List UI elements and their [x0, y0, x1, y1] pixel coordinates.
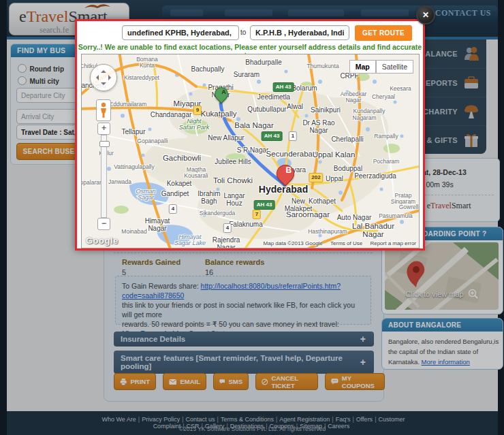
road-shield: 4 [169, 204, 177, 214]
modal-close-button[interactable]: ✕ [416, 5, 435, 25]
map-label: Pocharam [373, 159, 400, 165]
map-label: Bala Nagar [234, 121, 274, 129]
road-shield: 202 [309, 173, 323, 182]
map-label: Bolarum [292, 85, 317, 93]
get-route-button[interactable]: GET ROUTE [355, 25, 412, 41]
page: CONTACT US eTravelSmart search.fe FIND M… [0, 0, 504, 435]
map-label: Uppal [326, 176, 343, 183]
map-label: CRPF [340, 73, 358, 80]
map-label: Nagaram [353, 115, 377, 121]
zoom-slider-handle[interactable] [99, 141, 110, 147]
road-shield: AH 43 [273, 82, 294, 92]
marker-a-label: A [218, 88, 230, 95]
map-label: Vattinagulapally [114, 164, 154, 170]
map-label: Boduppal [334, 165, 362, 173]
map-label: Gachibowli [163, 154, 201, 162]
map-label: Ambedkar Nagar [341, 91, 367, 103]
map-label: Kundanpally [353, 108, 385, 114]
map-label: Auto Nagar [337, 214, 372, 222]
map-label: Secunderabad [266, 150, 317, 158]
map-label: Rampally [374, 133, 398, 140]
map-label: Cheryaal [372, 94, 395, 100]
marker-b-label: B [281, 165, 297, 175]
road-shield: 4 [223, 223, 232, 233]
map-label: Lal Bahadur Nagar [352, 222, 394, 238]
zoom-out-button[interactable]: − [97, 218, 110, 230]
map-label: Kokapet [167, 180, 192, 188]
zoom-slider[interactable] [101, 135, 107, 218]
pan-up-icon[interactable] [101, 67, 106, 73]
map-label: Tellapur [121, 129, 145, 136]
route-map-modal: to GET ROUTE Sorry..! We are unable to f… [75, 19, 425, 251]
map-label: Uppal Kalan [313, 150, 356, 159]
map-attribution: Map data ©2013 Google Terms of Use Repor… [264, 240, 416, 246]
map-label: Kothapet [309, 198, 336, 206]
map-label: Kistareddypet [124, 75, 159, 81]
map-label: S R Nagar [237, 147, 269, 155]
zoom-in-button[interactable]: + [97, 123, 110, 135]
map-label: Sainikpuri [311, 107, 341, 114]
map-labels-layer: ChitkulBomana KuntaBachupallyBhadurpalle… [82, 54, 419, 248]
map-label: Peerzadiguda [354, 173, 396, 180]
map-label: Jeedimetla [257, 94, 290, 101]
google-logo: Google [86, 236, 119, 246]
map-label: Rajendra Nagar [212, 237, 240, 249]
google-map[interactable]: ChitkulBomana KuntaBachupallyBhadurpalle… [81, 54, 420, 248]
map-label: Osman Sagar [136, 189, 155, 202]
map-label: Dr AS Rao Nagar [302, 120, 334, 134]
road-shield: 1 [289, 131, 297, 141]
map-label: Saroornagar [286, 210, 330, 219]
map-type-control: Map Satellite [349, 60, 413, 74]
map-label: Hasthinapuram [308, 229, 347, 235]
pan-right-icon[interactable] [108, 75, 114, 80]
road-shield: AH 43 [262, 131, 283, 141]
map-label: Langar Houz [223, 193, 245, 207]
map-label: Qutubullapur [247, 106, 286, 114]
pegman-control[interactable] [96, 99, 111, 121]
report-map-error-link[interactable]: Report a map error [370, 240, 416, 246]
route-from-input[interactable] [122, 25, 239, 40]
pegman-icon [99, 102, 108, 118]
map-label: Alwal [287, 103, 303, 111]
map-label: Sikanderguda [200, 210, 235, 216]
map-label: Bachupally [191, 66, 225, 74]
map-label: Maqtha Kousarali [184, 167, 208, 179]
map-label: Gowrelli [399, 204, 420, 210]
map-label: Gopanapalli [137, 138, 168, 144]
map-label: Eddumailaram [110, 101, 147, 108]
map-label: Himayat Nagar [145, 218, 170, 232]
map-label: Thumukunta [306, 63, 338, 69]
map-label: Suraram [234, 71, 259, 79]
map-label: Bhadurpalle [245, 59, 281, 67]
map-type-map-button[interactable]: Map [349, 60, 376, 74]
map-type-satellite-button[interactable]: Satellite [376, 60, 413, 74]
road-shield: AH 43 [254, 200, 275, 210]
route-to-input[interactable] [250, 25, 349, 40]
map-label: Pasumamula [379, 213, 413, 219]
road-shield: 9 [193, 106, 202, 115]
map-label: New Allapur [208, 135, 244, 142]
map-label: Himayat Sagar Lake [174, 234, 206, 247]
map-label: Falaknuma [229, 221, 262, 229]
terms-of-use-link[interactable]: Terms of Use [330, 240, 362, 246]
map-pan-control[interactable] [90, 64, 117, 91]
map-label: Kukatpally [200, 110, 236, 118]
map-label: Toli Chowki [213, 176, 253, 184]
map-label: Cherlapalli [331, 136, 363, 144]
road-shield: 7 [253, 210, 261, 219]
route-to-connector: to [240, 29, 246, 36]
map-label: Hyderabad [259, 184, 308, 195]
map-label: Keesara [390, 86, 411, 92]
map-label: Ibrahim Bagh [198, 191, 220, 205]
map-label: Gandipet [161, 191, 189, 198]
map-label: Janwada [108, 179, 131, 185]
pan-down-icon[interactable] [101, 82, 106, 88]
map-label: Night Safari Park [179, 118, 210, 131]
map-label: Bomana Kunta [136, 57, 158, 69]
map-label: Moinabad [121, 229, 146, 235]
map-label: Jubilee Hills [215, 159, 251, 166]
map-data-credit: Map data ©2013 Google [264, 240, 323, 246]
pan-left-icon[interactable] [93, 75, 99, 80]
